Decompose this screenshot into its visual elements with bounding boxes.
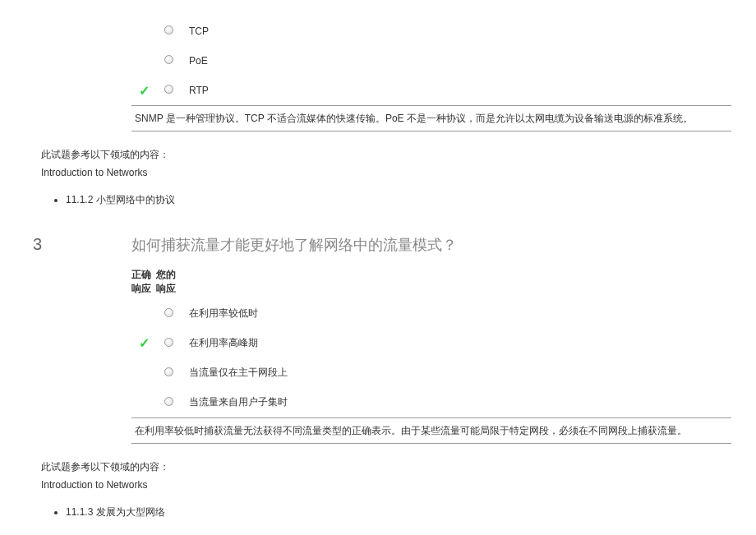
option-text: TCP xyxy=(181,25,731,37)
radio-icon[interactable] xyxy=(164,308,173,317)
radio-col xyxy=(156,397,181,408)
option-text: 当流量仅在主干网段上 xyxy=(181,366,731,380)
reference-list: 11.1.3 发展为大型网络 xyxy=(66,502,731,523)
correct-mark-col: ✓ xyxy=(131,83,156,99)
question-text: 如何捕获流量才能更好地了解网络中的流量模式？ xyxy=(131,235,731,255)
option-row: 在利用率较低时 xyxy=(131,299,731,329)
option-text: 在利用率高峰期 xyxy=(181,336,731,350)
checkmark-icon: ✓ xyxy=(139,336,150,350)
radio-col xyxy=(156,85,181,96)
q3-explanation: 在利用率较低时捕获流量无法获得不同流量类型的正确表示。由于某些流量可能局限于特定… xyxy=(131,417,731,444)
label-line: 正确 xyxy=(131,268,156,282)
option-row: TCP xyxy=(131,16,731,46)
option-text: 在利用率较低时 xyxy=(181,307,731,321)
radio-col xyxy=(156,55,181,67)
radio-col xyxy=(156,338,181,349)
reference-subtitle: Introduction to Networks xyxy=(41,479,731,491)
option-row: PoE xyxy=(131,46,731,76)
question-number: 3 xyxy=(25,235,131,254)
radio-col xyxy=(156,367,181,379)
option-row: 当流量仅在主干网段上 xyxy=(131,358,731,388)
option-text: RTP xyxy=(181,85,731,96)
reference-title: 此试题参考以下领域的内容： xyxy=(41,148,731,162)
q2-options: TCP PoE ✓ RTP xyxy=(131,16,731,105)
reference-subtitle: Introduction to Networks xyxy=(41,167,731,178)
q2-explanation: SNMP 是一种管理协议。TCP 不适合流媒体的快速传输。PoE 不是一种协议，… xyxy=(131,105,731,131)
radio-col xyxy=(156,25,181,37)
radio-icon[interactable] xyxy=(164,367,173,376)
label-line: 响应 xyxy=(156,282,181,296)
option-row: 当流量来自用户子集时 xyxy=(131,388,731,417)
label-line: 响应 xyxy=(131,282,156,296)
question-3-block: 3 如何捕获流量才能更好地了解网络中的流量模式？ 正确 响应 您的 响应 在利用… xyxy=(25,235,731,523)
option-row: ✓ RTP xyxy=(131,76,731,105)
checkmark-icon: ✓ xyxy=(139,84,150,98)
radio-icon[interactable] xyxy=(164,55,173,64)
q3-reference: 此试题参考以下领域的内容： Introduction to Networks 1… xyxy=(41,460,731,523)
option-text: 当流量来自用户子集时 xyxy=(181,395,731,409)
your-response-label: 您的 响应 xyxy=(156,268,181,296)
reference-title: 此试题参考以下领域的内容： xyxy=(41,460,731,474)
radio-col xyxy=(156,308,181,320)
correct-response-label: 正确 响应 xyxy=(131,268,156,296)
radio-icon[interactable] xyxy=(164,338,173,347)
option-row: ✓ 在利用率高峰期 xyxy=(131,329,731,358)
label-line: 您的 xyxy=(156,268,181,282)
radio-icon[interactable] xyxy=(164,85,173,94)
correct-mark-col: ✓ xyxy=(131,335,156,351)
reference-item: 11.1.3 发展为大型网络 xyxy=(66,502,731,523)
q2-reference: 此试题参考以下领域的内容： Introduction to Networks 1… xyxy=(41,148,731,210)
radio-icon[interactable] xyxy=(164,397,173,406)
answer-header-labels: 正确 响应 您的 响应 xyxy=(131,263,731,299)
reference-item: 11.1.2 小型网络中的协议 xyxy=(66,190,731,210)
q3-options: 在利用率较低时 ✓ 在利用率高峰期 当流量仅在主干网段上 当流量来自用户子集时 xyxy=(131,299,731,417)
question-2-block: TCP PoE ✓ RTP SNMP 是一种管理协议。TCP 不适合流媒体的快速… xyxy=(25,16,731,210)
question-header-row: 3 如何捕获流量才能更好地了解网络中的流量模式？ xyxy=(25,235,731,255)
radio-icon[interactable] xyxy=(164,25,173,35)
reference-list: 11.1.2 小型网络中的协议 xyxy=(66,190,731,210)
option-text: PoE xyxy=(181,55,731,67)
